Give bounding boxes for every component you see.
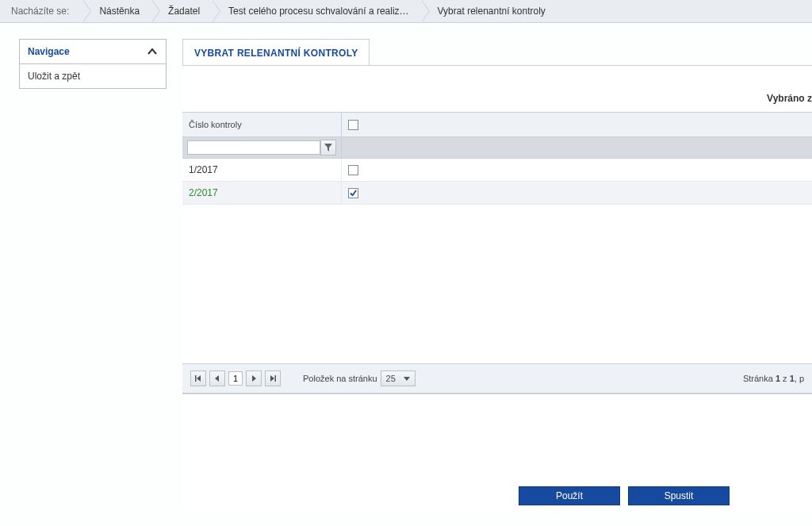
column-header-select[interactable] [341,113,812,137]
action-bar: Použít Spustit [182,486,812,505]
breadcrumb-label: Nacházíte se: [11,6,83,17]
pager-size-select[interactable]: 25 [381,371,416,386]
pager-status: Stránka 1 z 1, p [743,374,804,383]
pager-prev-button[interactable] [209,371,225,386]
pager-first-button[interactable] [190,371,206,386]
first-page-icon [194,374,202,382]
pager-size-label: Položek na stránku [303,374,377,383]
table-row[interactable]: 1/2017 [182,159,812,182]
data-grid: Číslo kontroly [182,112,812,394]
next-page-icon [250,374,258,382]
tab-label: VYBRAT RELENANTNÍ KONTROLY [194,48,358,59]
tabbar: VYBRAT RELENANTNÍ KONTROLY [182,39,812,66]
pager-size-value: 25 [386,374,396,383]
selection-summary: Vybráno z [182,66,812,112]
run-button[interactable]: Spustit [628,486,730,505]
nav-item-save-back[interactable]: Uložit a zpět [19,64,167,89]
breadcrumb-item[interactable]: Vybrat relenantní kontroly [422,0,558,22]
cell-number: 1/2017 [182,159,341,182]
select-all-checkbox[interactable] [348,120,358,130]
caret-down-icon [404,377,410,381]
row-checkbox[interactable] [348,165,358,175]
breadcrumb-item[interactable]: Žadatel [152,0,213,22]
breadcrumb-item[interactable]: Nástěnka [83,0,152,22]
filter-button[interactable] [320,140,336,155]
pager: Položek na stránku 25 Stránka 1 z 1, p [182,363,812,394]
cell-number: 2/2017 [182,182,341,205]
breadcrumb-item[interactable]: Test celého procesu schvalování a realiz… [213,0,421,22]
column-header-number[interactable]: Číslo kontroly [182,113,341,137]
grid-empty-space [182,205,812,363]
pager-next-button[interactable] [246,371,262,386]
svg-rect-0 [195,375,197,382]
filter-icon [324,144,332,152]
svg-rect-1 [275,375,277,382]
use-button[interactable]: Použít [519,486,620,505]
prev-page-icon [213,374,221,382]
main-panel: VYBRAT RELENANTNÍ KONTROLY Vybráno z Čís… [182,39,812,510]
nav-header-label: Navigace [28,46,70,57]
breadcrumb: Nacházíte se: Nástěnka Žadatel Test celé… [0,0,812,23]
pager-page-input[interactable] [228,371,243,386]
table-row[interactable]: 2/2017 [182,182,812,205]
last-page-icon [269,374,277,382]
nav-header[interactable]: Navigace [19,39,167,64]
pager-last-button[interactable] [265,371,281,386]
row-checkbox[interactable] [348,188,358,198]
sidebar: Navigace Uložit a zpět [19,39,167,89]
filter-input-number[interactable] [187,140,320,155]
nav-item-label: Uložit a zpět [28,71,80,82]
chevron-up-icon [147,48,158,56]
tab-active[interactable]: VYBRAT RELENANTNÍ KONTROLY [182,39,370,66]
